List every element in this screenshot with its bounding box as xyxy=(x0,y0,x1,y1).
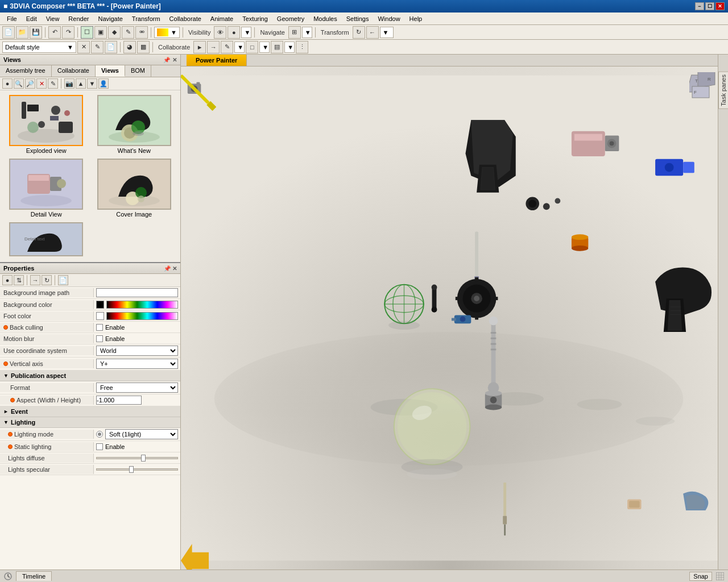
prop-value-coord-system[interactable]: World Local xyxy=(94,344,180,357)
grid-icon-button[interactable] xyxy=(715,572,725,581)
menu-navigate[interactable]: Navigate xyxy=(93,14,127,23)
axis-cube[interactable]: F R T xyxy=(689,72,712,95)
tab-bom[interactable]: BOM xyxy=(125,65,151,77)
prop-value-bg-image[interactable] xyxy=(94,287,180,298)
save-button[interactable]: 💾 xyxy=(30,26,42,39)
section-lighting[interactable]: ▼ Lighting xyxy=(0,417,180,428)
menu-file[interactable]: File xyxy=(2,14,22,23)
new-button[interactable]: 📄 xyxy=(2,26,15,39)
static-lighting-checkbox[interactable] xyxy=(96,443,103,450)
views-close-button[interactable]: ✕ xyxy=(172,57,177,63)
foot-color-gradient[interactable] xyxy=(106,312,178,320)
menu-animate[interactable]: Animate xyxy=(206,14,238,23)
style-dropdown[interactable]: Default style ▼ xyxy=(2,41,76,53)
views-tb-btn3[interactable]: 🔎 xyxy=(25,78,35,89)
collab-btn6[interactable]: ⋮ xyxy=(296,41,308,53)
diffuse-slider-thumb[interactable] xyxy=(141,455,146,462)
transform-btn2[interactable]: ← xyxy=(366,26,379,39)
props-pin-button[interactable]: 📌 xyxy=(164,265,171,272)
transform-btn1[interactable]: ↻ xyxy=(353,26,365,39)
collab-btn1[interactable]: ► xyxy=(193,41,206,53)
aspect-input[interactable] xyxy=(96,396,142,405)
minimize-button[interactable]: − xyxy=(695,2,704,10)
menu-render[interactable]: Render xyxy=(64,14,93,23)
views-tb-btn7[interactable]: ▲ xyxy=(76,78,86,89)
collab-dropdown[interactable]: ▼ xyxy=(234,41,245,53)
format-select[interactable]: Free 4:3 16:9 xyxy=(96,383,178,393)
motion-blur-checkbox[interactable] xyxy=(96,335,103,342)
lighting-mode-select[interactable]: Soft (1light) Soft (2lights) Hard xyxy=(105,429,178,439)
menu-texturing[interactable]: Texturing xyxy=(238,14,272,23)
prop-value-back-culling[interactable]: Enable xyxy=(94,323,180,332)
open-button[interactable]: 📁 xyxy=(16,26,28,39)
prop-value-aspect[interactable] xyxy=(94,394,180,406)
collab-btn5[interactable]: ▤ xyxy=(271,41,283,53)
lighting-mode-radio[interactable] xyxy=(96,431,103,438)
menu-window[interactable]: Window xyxy=(373,14,404,23)
collab-dropdown3[interactable]: ▼ xyxy=(284,41,295,53)
prop-value-lights-specular[interactable] xyxy=(94,467,180,472)
menu-modules[interactable]: Modules xyxy=(309,14,342,23)
nav-dropdown[interactable]: ▼ xyxy=(302,27,312,38)
style-btn2[interactable]: ✎ xyxy=(91,41,104,53)
color-picker[interactable]: ⚮ xyxy=(135,26,148,39)
tab-views[interactable]: Views xyxy=(96,65,125,77)
redo-button[interactable]: ↷ xyxy=(62,26,75,39)
transform-dropdown[interactable]: ▼ xyxy=(380,27,394,38)
prop-value-bg-color[interactable] xyxy=(94,300,180,310)
task-panes-label[interactable]: Task panes xyxy=(718,72,729,109)
views-tb-btn6[interactable]: 📷 xyxy=(64,78,75,89)
vis-btn2[interactable]: ● xyxy=(228,26,240,39)
paint-button[interactable]: ✎ xyxy=(122,26,134,39)
prop-value-format[interactable]: Free 4:3 16:9 xyxy=(94,381,180,394)
props-tb-btn2[interactable]: ⇅ xyxy=(14,275,24,285)
menu-view[interactable]: View xyxy=(42,14,64,23)
prop-value-motion-blur[interactable]: Enable xyxy=(94,334,180,343)
view-item-last[interactable]: Detail text xyxy=(2,220,90,260)
viewport-3d[interactable]: F R T xyxy=(181,66,718,569)
select-button[interactable]: ☐ xyxy=(81,26,93,39)
color-dropdown[interactable]: ▼ xyxy=(154,27,180,38)
props-tb-btn1[interactable]: ● xyxy=(2,275,13,285)
menu-collaborate[interactable]: Collaborate xyxy=(165,14,206,23)
tab-collaborate[interactable]: Collaborate xyxy=(52,65,96,77)
prop-value-vertical-axis[interactable]: Y+ Y- Z+ Z- xyxy=(94,357,180,370)
view-item-exploded[interactable]: Exploded view xyxy=(2,93,90,156)
views-tb-btn8[interactable]: ▼ xyxy=(87,78,97,89)
view-item-detail[interactable]: Detail View xyxy=(2,156,90,220)
bg-image-input[interactable] xyxy=(96,288,178,297)
view-item-whatsnew[interactable]: What's New xyxy=(90,93,179,156)
back-culling-checkbox[interactable] xyxy=(96,324,103,331)
menu-geometry[interactable]: Geometry xyxy=(272,14,309,23)
specular-slider-thumb[interactable] xyxy=(129,466,134,473)
style-btn1[interactable]: ✕ xyxy=(77,41,90,53)
collab-btn3[interactable]: ✎ xyxy=(221,41,233,53)
collab-btn4[interactable]: □ xyxy=(246,41,258,53)
views-pin-button[interactable]: 📌 xyxy=(163,57,170,63)
prop-value-foot-color[interactable] xyxy=(94,311,180,321)
menu-transform[interactable]: Transform xyxy=(127,14,165,23)
tab-assembly-tree[interactable]: Assembly tree xyxy=(0,65,52,77)
vis-dropdown[interactable]: ▼ xyxy=(241,27,251,38)
tab-power-painter[interactable]: Power Painter xyxy=(187,55,247,66)
view-item-cover[interactable]: Cover Image xyxy=(90,156,179,220)
views-tb-btn4[interactable]: ✕ xyxy=(36,78,47,89)
bg-color-gradient[interactable] xyxy=(106,301,178,309)
undo-button[interactable]: ↶ xyxy=(48,26,61,39)
nav-btn[interactable]: ⊞ xyxy=(288,26,301,39)
props-tb-btn3[interactable]: → xyxy=(30,275,40,285)
views-tb-btn9[interactable]: 👤 xyxy=(98,78,109,89)
prop-value-static-lighting[interactable]: Enable xyxy=(94,442,180,451)
collab-dropdown2[interactable]: ▼ xyxy=(259,41,270,53)
section-publication[interactable]: ▼ Publication aspect xyxy=(0,371,180,381)
coord-system-select[interactable]: World Local xyxy=(96,346,178,356)
views-tb-btn5[interactable]: ✎ xyxy=(48,78,58,89)
mode-button[interactable]: ◆ xyxy=(108,26,121,39)
vis-btn1[interactable]: 👁 xyxy=(214,26,226,39)
timeline-tab[interactable]: Timeline xyxy=(16,571,52,581)
diffuse-slider-track[interactable] xyxy=(96,457,178,459)
props-tb-btn5[interactable]: 📄 xyxy=(58,275,68,285)
props-close-button[interactable]: ✕ xyxy=(172,265,177,272)
close-button[interactable]: ✕ xyxy=(715,2,725,10)
snap-button[interactable]: Snap xyxy=(689,572,712,581)
